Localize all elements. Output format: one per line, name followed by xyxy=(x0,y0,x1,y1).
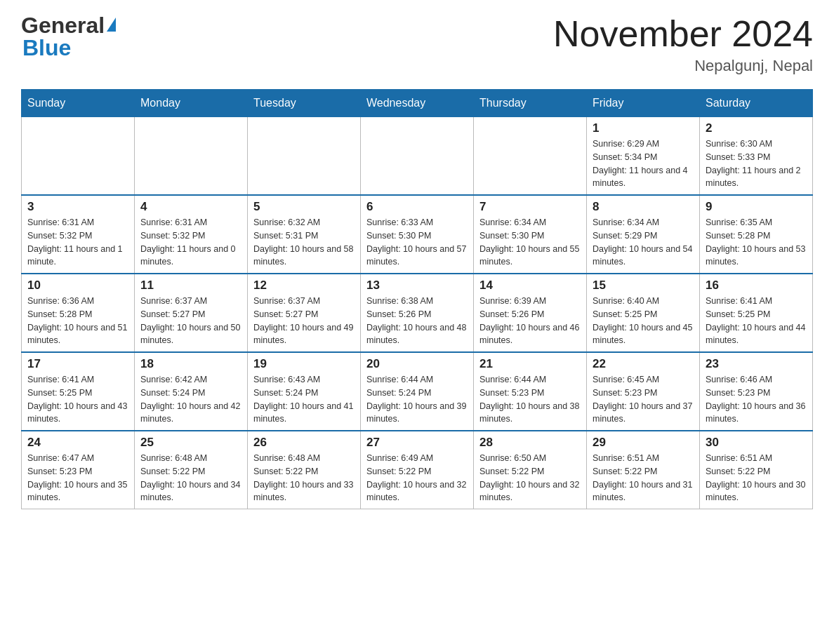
calendar-cell: 6Sunrise: 6:33 AM Sunset: 5:30 PM Daylig… xyxy=(361,195,474,274)
title-area: November 2024 Nepalgunj, Nepal xyxy=(553,14,813,75)
day-number: 7 xyxy=(479,200,581,214)
col-header-tuesday: Tuesday xyxy=(248,90,361,117)
calendar-cell: 3Sunrise: 6:31 AM Sunset: 5:32 PM Daylig… xyxy=(22,195,135,274)
day-number: 2 xyxy=(706,121,807,135)
col-header-friday: Friday xyxy=(587,90,700,117)
calendar-cell: 28Sunrise: 6:50 AM Sunset: 5:22 PM Dayli… xyxy=(474,431,587,509)
calendar-week-row: 24Sunrise: 6:47 AM Sunset: 5:23 PM Dayli… xyxy=(22,431,813,509)
day-info: Sunrise: 6:41 AM Sunset: 5:25 PM Dayligh… xyxy=(706,295,807,347)
day-number: 28 xyxy=(479,436,581,450)
calendar-cell: 5Sunrise: 6:32 AM Sunset: 5:31 PM Daylig… xyxy=(248,195,361,274)
calendar-cell xyxy=(474,117,587,196)
day-number: 25 xyxy=(140,436,241,450)
day-info: Sunrise: 6:51 AM Sunset: 5:22 PM Dayligh… xyxy=(593,452,694,504)
day-number: 22 xyxy=(593,357,694,371)
day-number: 16 xyxy=(706,279,807,293)
day-number: 21 xyxy=(479,357,581,371)
col-header-wednesday: Wednesday xyxy=(361,90,474,117)
day-info: Sunrise: 6:34 AM Sunset: 5:29 PM Dayligh… xyxy=(593,216,694,269)
calendar-cell: 24Sunrise: 6:47 AM Sunset: 5:23 PM Dayli… xyxy=(22,431,135,509)
calendar-cell: 25Sunrise: 6:48 AM Sunset: 5:22 PM Dayli… xyxy=(135,431,248,509)
day-number: 13 xyxy=(366,279,468,293)
day-info: Sunrise: 6:34 AM Sunset: 5:30 PM Dayligh… xyxy=(479,216,581,269)
day-info: Sunrise: 6:51 AM Sunset: 5:22 PM Dayligh… xyxy=(706,452,807,504)
calendar-cell: 15Sunrise: 6:40 AM Sunset: 5:25 PM Dayli… xyxy=(587,274,700,352)
page-header: General Blue November 2024 Nepalgunj, Ne… xyxy=(21,14,813,75)
day-info: Sunrise: 6:48 AM Sunset: 5:22 PM Dayligh… xyxy=(140,452,241,504)
day-number: 6 xyxy=(366,200,468,214)
calendar-cell: 22Sunrise: 6:45 AM Sunset: 5:23 PM Dayli… xyxy=(587,352,700,431)
day-info: Sunrise: 6:43 AM Sunset: 5:24 PM Dayligh… xyxy=(253,373,355,426)
calendar-cell: 11Sunrise: 6:37 AM Sunset: 5:27 PM Dayli… xyxy=(135,274,248,352)
calendar-cell: 30Sunrise: 6:51 AM Sunset: 5:22 PM Dayli… xyxy=(700,431,813,509)
col-header-sunday: Sunday xyxy=(22,90,135,117)
day-info: Sunrise: 6:36 AM Sunset: 5:28 PM Dayligh… xyxy=(27,295,128,347)
calendar-cell: 17Sunrise: 6:41 AM Sunset: 5:25 PM Dayli… xyxy=(22,352,135,431)
day-number: 29 xyxy=(593,436,694,450)
calendar-cell xyxy=(135,117,248,196)
month-title: November 2024 xyxy=(553,14,813,54)
day-info: Sunrise: 6:44 AM Sunset: 5:23 PM Dayligh… xyxy=(479,373,581,426)
calendar-cell: 1Sunrise: 6:29 AM Sunset: 5:34 PM Daylig… xyxy=(587,117,700,196)
calendar-cell: 2Sunrise: 6:30 AM Sunset: 5:33 PM Daylig… xyxy=(700,117,813,196)
day-info: Sunrise: 6:33 AM Sunset: 5:30 PM Dayligh… xyxy=(366,216,468,269)
calendar-header-row: SundayMondayTuesdayWednesdayThursdayFrid… xyxy=(22,90,813,117)
day-info: Sunrise: 6:44 AM Sunset: 5:24 PM Dayligh… xyxy=(366,373,468,426)
day-number: 26 xyxy=(253,436,355,450)
calendar-cell: 16Sunrise: 6:41 AM Sunset: 5:25 PM Dayli… xyxy=(700,274,813,352)
calendar-cell: 21Sunrise: 6:44 AM Sunset: 5:23 PM Dayli… xyxy=(474,352,587,431)
calendar-week-row: 17Sunrise: 6:41 AM Sunset: 5:25 PM Dayli… xyxy=(22,352,813,431)
calendar-cell: 14Sunrise: 6:39 AM Sunset: 5:26 PM Dayli… xyxy=(474,274,587,352)
calendar-table: SundayMondayTuesdayWednesdayThursdayFrid… xyxy=(21,89,813,509)
day-info: Sunrise: 6:48 AM Sunset: 5:22 PM Dayligh… xyxy=(253,452,355,504)
day-number: 4 xyxy=(140,200,241,214)
day-number: 19 xyxy=(253,357,355,371)
day-number: 8 xyxy=(593,200,694,214)
day-info: Sunrise: 6:47 AM Sunset: 5:23 PM Dayligh… xyxy=(27,452,128,504)
calendar-week-row: 3Sunrise: 6:31 AM Sunset: 5:32 PM Daylig… xyxy=(22,195,813,274)
calendar-cell: 23Sunrise: 6:46 AM Sunset: 5:23 PM Dayli… xyxy=(700,352,813,431)
day-number: 1 xyxy=(593,121,694,135)
col-header-thursday: Thursday xyxy=(474,90,587,117)
col-header-saturday: Saturday xyxy=(700,90,813,117)
day-info: Sunrise: 6:31 AM Sunset: 5:32 PM Dayligh… xyxy=(27,216,128,269)
day-number: 5 xyxy=(253,200,355,214)
day-info: Sunrise: 6:41 AM Sunset: 5:25 PM Dayligh… xyxy=(27,373,128,426)
calendar-cell: 12Sunrise: 6:37 AM Sunset: 5:27 PM Dayli… xyxy=(248,274,361,352)
calendar-cell xyxy=(248,117,361,196)
calendar-cell: 27Sunrise: 6:49 AM Sunset: 5:22 PM Dayli… xyxy=(361,431,474,509)
day-info: Sunrise: 6:45 AM Sunset: 5:23 PM Dayligh… xyxy=(593,373,694,426)
day-number: 3 xyxy=(27,200,128,214)
day-info: Sunrise: 6:29 AM Sunset: 5:34 PM Dayligh… xyxy=(593,137,694,190)
calendar-cell: 26Sunrise: 6:48 AM Sunset: 5:22 PM Dayli… xyxy=(248,431,361,509)
day-info: Sunrise: 6:32 AM Sunset: 5:31 PM Dayligh… xyxy=(253,216,355,269)
calendar-cell: 20Sunrise: 6:44 AM Sunset: 5:24 PM Dayli… xyxy=(361,352,474,431)
calendar-cell: 9Sunrise: 6:35 AM Sunset: 5:28 PM Daylig… xyxy=(700,195,813,274)
calendar-cell: 10Sunrise: 6:36 AM Sunset: 5:28 PM Dayli… xyxy=(22,274,135,352)
day-info: Sunrise: 6:42 AM Sunset: 5:24 PM Dayligh… xyxy=(140,373,241,426)
day-number: 23 xyxy=(706,357,807,371)
logo: General Blue xyxy=(21,14,116,61)
day-number: 18 xyxy=(140,357,241,371)
day-number: 14 xyxy=(479,279,581,293)
day-info: Sunrise: 6:46 AM Sunset: 5:23 PM Dayligh… xyxy=(706,373,807,426)
calendar-cell xyxy=(22,117,135,196)
calendar-cell: 13Sunrise: 6:38 AM Sunset: 5:26 PM Dayli… xyxy=(361,274,474,352)
day-info: Sunrise: 6:37 AM Sunset: 5:27 PM Dayligh… xyxy=(140,295,241,347)
day-number: 12 xyxy=(253,279,355,293)
day-info: Sunrise: 6:40 AM Sunset: 5:25 PM Dayligh… xyxy=(593,295,694,347)
logo-blue-text: Blue xyxy=(21,35,71,61)
day-number: 10 xyxy=(27,279,128,293)
day-info: Sunrise: 6:39 AM Sunset: 5:26 PM Dayligh… xyxy=(479,295,581,347)
calendar-cell xyxy=(361,117,474,196)
calendar-cell: 4Sunrise: 6:31 AM Sunset: 5:32 PM Daylig… xyxy=(135,195,248,274)
day-number: 24 xyxy=(27,436,128,450)
location-subtitle: Nepalgunj, Nepal xyxy=(553,57,813,75)
day-info: Sunrise: 6:50 AM Sunset: 5:22 PM Dayligh… xyxy=(479,452,581,504)
logo-triangle-icon xyxy=(107,18,116,32)
day-number: 20 xyxy=(366,357,468,371)
calendar-week-row: 10Sunrise: 6:36 AM Sunset: 5:28 PM Dayli… xyxy=(22,274,813,352)
day-number: 30 xyxy=(706,436,807,450)
day-number: 15 xyxy=(593,279,694,293)
day-info: Sunrise: 6:37 AM Sunset: 5:27 PM Dayligh… xyxy=(253,295,355,347)
